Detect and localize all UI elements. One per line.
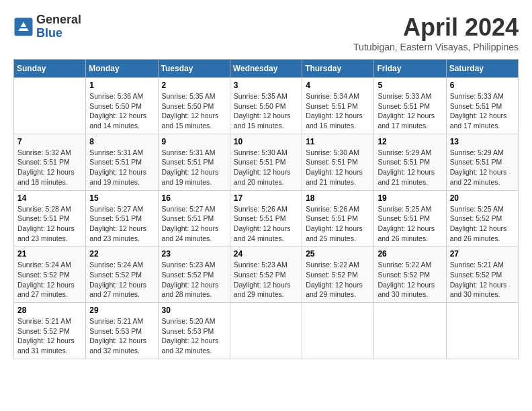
day-info: Sunrise: 5:24 AM Sunset: 5:52 PM Dayligh… (89, 260, 154, 300)
day-info: Sunrise: 5:23 AM Sunset: 5:52 PM Dayligh… (162, 260, 226, 300)
day-info: Sunrise: 5:29 AM Sunset: 5:51 PM Dayligh… (378, 148, 442, 187)
day-number: 17 (234, 193, 298, 203)
calendar-body: 1Sunrise: 5:36 AM Sunset: 5:50 PM Daylig… (14, 78, 519, 359)
day-info: Sunrise: 5:32 AM Sunset: 5:51 PM Dayligh… (17, 148, 82, 187)
day-number: 4 (306, 81, 370, 90)
title-block: April 2024 Tutubigan, Eastern Visayas, P… (353, 13, 519, 52)
logo-line2: Blue (36, 26, 62, 40)
weekday-header: Tuesday (158, 60, 230, 78)
day-number: 19 (378, 193, 442, 203)
calendar-cell: 20Sunrise: 5:25 AM Sunset: 5:52 PM Dayli… (446, 190, 518, 246)
day-info: Sunrise: 5:31 AM Sunset: 5:51 PM Dayligh… (89, 148, 154, 187)
location: Tutubigan, Eastern Visayas, Philippines (353, 42, 519, 52)
day-info: Sunrise: 5:33 AM Sunset: 5:51 PM Dayligh… (378, 91, 442, 131)
weekday-header: Wednesday (230, 60, 302, 78)
logo-line1: General (36, 13, 81, 26)
day-info: Sunrise: 5:21 AM Sunset: 5:52 PM Dayligh… (450, 260, 515, 300)
day-info: Sunrise: 5:21 AM Sunset: 5:52 PM Dayligh… (17, 316, 82, 356)
weekday-header: Sunday (14, 60, 86, 78)
calendar-cell: 3Sunrise: 5:35 AM Sunset: 5:50 PM Daylig… (230, 78, 302, 134)
day-info: Sunrise: 5:33 AM Sunset: 5:51 PM Dayligh… (450, 91, 515, 131)
day-info: Sunrise: 5:27 AM Sunset: 5:51 PM Dayligh… (162, 204, 226, 244)
day-number: 23 (162, 249, 226, 259)
day-info: Sunrise: 5:22 AM Sunset: 5:52 PM Dayligh… (378, 260, 442, 300)
calendar-week-row: 21Sunrise: 5:24 AM Sunset: 5:52 PM Dayli… (14, 246, 519, 303)
calendar-cell: 12Sunrise: 5:29 AM Sunset: 5:51 PM Dayli… (374, 134, 446, 190)
calendar-cell: 29Sunrise: 5:21 AM Sunset: 5:53 PM Dayli… (86, 303, 158, 359)
calendar-cell: 1Sunrise: 5:36 AM Sunset: 5:50 PM Daylig… (86, 78, 158, 134)
calendar-cell: 28Sunrise: 5:21 AM Sunset: 5:52 PM Dayli… (14, 303, 86, 359)
calendar-cell (374, 303, 446, 359)
calendar-cell: 15Sunrise: 5:27 AM Sunset: 5:51 PM Dayli… (86, 190, 158, 246)
weekday-header: Monday (86, 60, 158, 78)
calendar-cell: 24Sunrise: 5:23 AM Sunset: 5:52 PM Dayli… (230, 246, 302, 303)
day-number: 18 (306, 193, 370, 203)
calendar-cell: 26Sunrise: 5:22 AM Sunset: 5:52 PM Dayli… (374, 246, 446, 303)
day-number: 10 (234, 137, 298, 146)
day-number: 6 (450, 81, 515, 90)
calendar-cell: 6Sunrise: 5:33 AM Sunset: 5:51 PM Daylig… (446, 78, 518, 134)
day-info: Sunrise: 5:30 AM Sunset: 5:51 PM Dayligh… (306, 148, 370, 187)
logo: General Blue (13, 13, 81, 40)
day-number: 20 (450, 193, 515, 203)
day-number: 24 (234, 249, 298, 259)
calendar-week-row: 1Sunrise: 5:36 AM Sunset: 5:50 PM Daylig… (14, 78, 519, 134)
day-info: Sunrise: 5:30 AM Sunset: 5:51 PM Dayligh… (234, 148, 298, 187)
calendar-cell: 21Sunrise: 5:24 AM Sunset: 5:52 PM Dayli… (14, 246, 86, 303)
calendar-week-row: 28Sunrise: 5:21 AM Sunset: 5:52 PM Dayli… (14, 303, 519, 359)
day-number: 5 (378, 81, 442, 90)
day-number: 27 (450, 249, 515, 259)
calendar-cell: 16Sunrise: 5:27 AM Sunset: 5:51 PM Dayli… (158, 190, 230, 246)
weekday-header: Saturday (446, 60, 518, 78)
calendar-cell (446, 303, 518, 359)
day-info: Sunrise: 5:34 AM Sunset: 5:51 PM Dayligh… (306, 91, 370, 131)
calendar-cell: 19Sunrise: 5:25 AM Sunset: 5:51 PM Dayli… (374, 190, 446, 246)
day-info: Sunrise: 5:26 AM Sunset: 5:51 PM Dayligh… (234, 204, 298, 244)
day-number: 22 (89, 249, 154, 259)
day-info: Sunrise: 5:35 AM Sunset: 5:50 PM Dayligh… (234, 91, 298, 131)
calendar-cell: 8Sunrise: 5:31 AM Sunset: 5:51 PM Daylig… (86, 134, 158, 190)
day-number: 11 (306, 137, 370, 146)
calendar-cell: 14Sunrise: 5:28 AM Sunset: 5:51 PM Dayli… (14, 190, 86, 246)
calendar-cell: 25Sunrise: 5:22 AM Sunset: 5:52 PM Dayli… (302, 246, 374, 303)
day-number: 14 (17, 193, 82, 203)
day-number: 13 (450, 137, 515, 146)
day-info: Sunrise: 5:25 AM Sunset: 5:51 PM Dayligh… (378, 204, 442, 244)
calendar-table: SundayMondayTuesdayWednesdayThursdayFrid… (13, 59, 519, 359)
day-number: 9 (162, 137, 226, 146)
day-number: 26 (378, 249, 442, 259)
day-number: 28 (17, 306, 82, 315)
logo-text: General Blue (36, 13, 81, 40)
day-number: 8 (89, 137, 154, 146)
calendar-cell: 13Sunrise: 5:29 AM Sunset: 5:51 PM Dayli… (446, 134, 518, 190)
day-info: Sunrise: 5:26 AM Sunset: 5:51 PM Dayligh… (306, 204, 370, 244)
day-info: Sunrise: 5:35 AM Sunset: 5:50 PM Dayligh… (162, 91, 226, 131)
calendar-cell: 10Sunrise: 5:30 AM Sunset: 5:51 PM Dayli… (230, 134, 302, 190)
calendar-cell: 2Sunrise: 5:35 AM Sunset: 5:50 PM Daylig… (158, 78, 230, 134)
day-info: Sunrise: 5:24 AM Sunset: 5:52 PM Dayligh… (17, 260, 82, 300)
day-number: 15 (89, 193, 154, 203)
calendar-cell (230, 303, 302, 359)
calendar-cell: 22Sunrise: 5:24 AM Sunset: 5:52 PM Dayli… (86, 246, 158, 303)
day-number: 16 (162, 193, 226, 203)
svg-rect-2 (20, 27, 28, 28)
logo-icon (13, 17, 34, 37)
day-info: Sunrise: 5:36 AM Sunset: 5:50 PM Dayligh… (89, 91, 154, 131)
day-number: 21 (17, 249, 82, 259)
page-header: General Blue April 2024 Tutubigan, Easte… (13, 13, 519, 52)
month-title: April 2024 (353, 13, 519, 42)
day-info: Sunrise: 5:22 AM Sunset: 5:52 PM Dayligh… (306, 260, 370, 300)
day-info: Sunrise: 5:23 AM Sunset: 5:52 PM Dayligh… (234, 260, 298, 300)
day-number: 29 (89, 306, 154, 315)
day-info: Sunrise: 5:21 AM Sunset: 5:53 PM Dayligh… (89, 316, 154, 356)
day-info: Sunrise: 5:25 AM Sunset: 5:52 PM Dayligh… (450, 204, 515, 244)
calendar-week-row: 7Sunrise: 5:32 AM Sunset: 5:51 PM Daylig… (14, 134, 519, 190)
calendar-week-row: 14Sunrise: 5:28 AM Sunset: 5:51 PM Dayli… (14, 190, 519, 246)
day-number: 1 (89, 81, 154, 90)
day-number: 2 (162, 81, 226, 90)
calendar-cell: 23Sunrise: 5:23 AM Sunset: 5:52 PM Dayli… (158, 246, 230, 303)
day-number: 25 (306, 249, 370, 259)
day-number: 30 (162, 306, 226, 315)
calendar-cell: 30Sunrise: 5:20 AM Sunset: 5:53 PM Dayli… (158, 303, 230, 359)
day-info: Sunrise: 5:20 AM Sunset: 5:53 PM Dayligh… (162, 316, 226, 356)
